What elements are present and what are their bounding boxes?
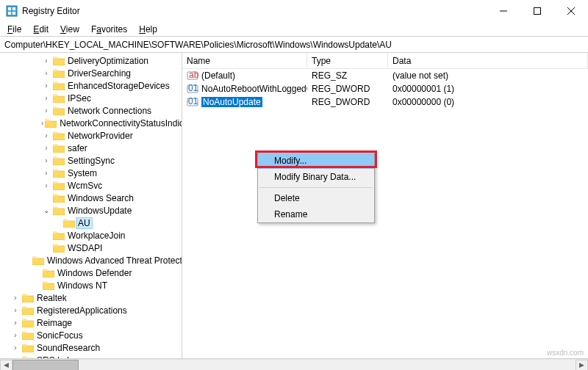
tree-pane: ›DeliveryOptimization›DriverSearching›En…	[0, 53, 182, 358]
scroll-left-icon[interactable]: ◀	[0, 360, 12, 371]
chevron-icon[interactable]: ›	[10, 319, 21, 327]
svg-rect-6	[534, 7, 541, 14]
chevron-icon[interactable]: ›	[41, 181, 51, 189]
tree-label: RegisteredApplications	[37, 305, 127, 316]
tree-item[interactable]: ›SRS Labs	[0, 354, 182, 358]
tree-item[interactable]: Windows NT	[0, 279, 182, 291]
tree-item[interactable]: WorkplaceJoin	[0, 229, 182, 242]
maximize-button[interactable]	[520, 0, 554, 21]
tree-item[interactable]: ›DeliveryOptimization	[0, 54, 182, 67]
tree-item[interactable]: ›SonicFocus	[0, 329, 182, 341]
tree-item[interactable]: Windows Advanced Threat Protection	[0, 254, 182, 266]
chevron-icon[interactable]: ›	[41, 106, 51, 115]
chevron-icon[interactable]: ›	[10, 306, 21, 314]
tree-item[interactable]: ›Network Connections	[0, 104, 182, 117]
cm-modify[interactable]: Modify...	[258, 153, 374, 169]
tree-label: SonicFocus	[37, 330, 83, 341]
tree-label: IPSec	[68, 93, 91, 104]
value-data: 0x00000000 (0)	[388, 97, 588, 107]
tree-item[interactable]: ›SoundResearch	[0, 341, 182, 354]
tree-item[interactable]: ›safer	[0, 142, 182, 154]
tree-item[interactable]: ›IPSec	[0, 92, 182, 104]
cm-rename[interactable]: Rename	[258, 206, 374, 222]
tree-item[interactable]: Windows Search	[0, 192, 182, 204]
folder-icon	[45, 118, 57, 128]
tree-item[interactable]: ›NetworkProvider	[0, 129, 182, 142]
list-row[interactable]: ab(Default)REG_SZ(value not set)	[182, 69, 588, 82]
scroll-track[interactable]	[12, 360, 576, 371]
tree-item[interactable]: ›RegisteredApplications	[0, 304, 182, 316]
menu-view[interactable]: View	[56, 23, 84, 36]
folder-icon	[53, 106, 65, 115]
close-button[interactable]	[554, 0, 588, 21]
folder-icon	[53, 168, 65, 178]
folder-icon	[22, 318, 34, 327]
cm-modify-binary[interactable]: Modify Binary Data...	[258, 169, 374, 185]
chevron-icon[interactable]: ›	[41, 169, 51, 177]
col-header-data[interactable]: Data	[388, 53, 588, 68]
svg-rect-4	[12, 12, 15, 15]
tree-item[interactable]: ›DriverSearching	[0, 67, 182, 79]
dword-value-icon: 011	[187, 83, 198, 95]
tree-item[interactable]: ›NetworkConnectivityStatusIndicator	[0, 117, 182, 129]
watermark: wsxdn.com	[547, 349, 584, 357]
tree-label: safer	[68, 143, 87, 153]
chevron-icon[interactable]: ›	[41, 156, 51, 164]
menu-file[interactable]: File	[3, 23, 26, 36]
chevron-icon[interactable]: ›	[41, 81, 51, 90]
chevron-icon[interactable]: ›	[10, 331, 21, 339]
folder-icon	[43, 280, 54, 290]
chevron-icon[interactable]: ›	[41, 57, 51, 65]
tree-label: DriverSearching	[68, 68, 131, 79]
menu-favorites[interactable]: Favorites	[87, 23, 132, 36]
tree-item[interactable]: ›EnhancedStorageDevices	[0, 79, 182, 92]
list-row[interactable]: 011NoAutoRebootWithLoggedOnU...REG_DWORD…	[182, 82, 588, 95]
tree-label: Network Connections	[68, 106, 151, 116]
chevron-icon[interactable]: ›	[41, 69, 51, 77]
scroll-thumb[interactable]	[12, 360, 79, 371]
tree-item[interactable]: AU	[0, 217, 182, 229]
list-row[interactable]: 011NoAutoUpdateREG_DWORD0x00000000 (0)	[182, 95, 588, 109]
tree-label: Windows NT	[57, 280, 107, 291]
list-pane: Name Type Data ab(Default)REG_SZ(value n…	[182, 53, 588, 358]
horizontal-scrollbar[interactable]: ◀ ▶	[0, 359, 588, 370]
chevron-icon[interactable]: ›	[41, 119, 43, 127]
minimize-button[interactable]	[487, 0, 520, 21]
chevron-icon[interactable]: ›	[10, 344, 21, 352]
tree-item[interactable]: ›Reimage	[0, 316, 182, 329]
chevron-icon[interactable]: ›	[41, 131, 51, 139]
folder-icon	[53, 143, 65, 153]
tree-label: WorkplaceJoin	[68, 231, 125, 241]
value-type: REG_DWORD	[307, 84, 388, 94]
svg-rect-3	[8, 12, 11, 15]
chevron-icon[interactable]: ›	[41, 144, 51, 152]
tree-item[interactable]: ›WcmSvc	[0, 179, 182, 192]
value-data: 0x00000001 (1)	[388, 84, 588, 94]
folder-icon	[53, 193, 65, 203]
svg-rect-2	[12, 7, 15, 10]
menu-edit[interactable]: Edit	[29, 23, 53, 36]
tree-item[interactable]: ›Realtek	[0, 291, 182, 304]
tree-item[interactable]: ›System	[0, 167, 182, 179]
tree-item[interactable]: ⌄WindowsUpdate	[0, 204, 182, 217]
chevron-icon[interactable]: ›	[10, 356, 21, 358]
cm-delete[interactable]: Delete	[258, 190, 374, 206]
chevron-icon[interactable]: ›	[41, 94, 51, 102]
tree-item[interactable]: Windows Defender	[0, 266, 182, 279]
tree-label: AU	[76, 217, 93, 229]
string-value-icon: ab	[187, 70, 198, 81]
col-header-name[interactable]: Name	[182, 53, 307, 68]
svg-text:011: 011	[188, 96, 198, 106]
chevron-icon[interactable]: ›	[10, 294, 21, 302]
col-header-type[interactable]: Type	[307, 53, 388, 68]
tree-item[interactable]: ›SettingSync	[0, 154, 182, 167]
chevron-icon[interactable]: ⌄	[41, 206, 51, 214]
tree-item[interactable]: WSDAPI	[0, 242, 182, 254]
scroll-right-icon[interactable]: ▶	[576, 360, 588, 371]
menu-help[interactable]: Help	[135, 23, 162, 36]
tree-label: DeliveryOptimization	[68, 56, 148, 66]
tree-label: SRS Labs	[37, 355, 76, 359]
folder-icon	[22, 293, 34, 302]
dword-value-icon: 011	[187, 96, 198, 108]
address-bar[interactable]: Computer\HKEY_LOCAL_MACHINE\SOFTWARE\Pol…	[0, 37, 588, 53]
